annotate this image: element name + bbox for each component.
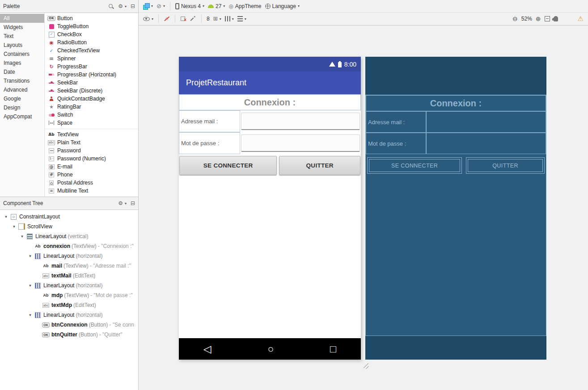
- palette-item-seekbar-discrete[interactable]: SeekBar (Discrete): [45, 87, 138, 95]
- blueprint-se-connecter-button[interactable]: SE CONNECTER: [367, 157, 462, 174]
- palette-item-ratingbar[interactable]: RatingBar: [45, 103, 138, 111]
- palette-item-togglebutton[interactable]: ToggleButton: [45, 22, 138, 30]
- warnings-button[interactable]: [578, 15, 584, 23]
- palette-item-checkbox[interactable]: CheckBox: [45, 30, 138, 38]
- palette-item-password-numeric[interactable]: Password (Numeric): [45, 155, 138, 163]
- tree-node-textmdp[interactable]: textMdp(EditText): [0, 300, 138, 310]
- expander-icon[interactable]: [27, 254, 33, 258]
- toolbar-separator: [175, 15, 175, 23]
- blueprint-connexion-heading[interactable]: Connexion :: [366, 95, 546, 111]
- tree-node-scrollview[interactable]: ScrollView: [0, 222, 138, 231]
- expander-icon[interactable]: [3, 215, 9, 219]
- expander-icon[interactable]: [27, 284, 33, 288]
- palette-category-advanced[interactable]: Advanced: [0, 85, 44, 94]
- theme-selector[interactable]: AppTheme: [228, 3, 261, 9]
- palette-item-switch[interactable]: Switch: [45, 111, 138, 119]
- palette-category-text[interactable]: Text: [0, 32, 44, 41]
- expander-icon[interactable]: [11, 225, 17, 229]
- blueprint-view[interactable]: Connexion : Adresse mail : Mot de passe …: [365, 57, 546, 360]
- search-icon[interactable]: [108, 4, 114, 9]
- blueprint-quitter-button[interactable]: QUITTER: [466, 157, 545, 174]
- locale-selector[interactable]: Language▾: [265, 3, 300, 9]
- chevron-down-icon: ▾: [203, 4, 204, 8]
- palette-item-postaladdress[interactable]: Postal Address: [45, 179, 138, 187]
- tree-node-linearlayout-horizontal-2[interactable]: LinearLayout(horizontal): [0, 281, 138, 290]
- password-edittext[interactable]: [241, 134, 360, 152]
- tree-node-name: LinearLayout: [35, 233, 66, 239]
- palette-item-progressbar[interactable]: ProgressBar: [45, 63, 138, 71]
- palette-item-password[interactable]: Password: [45, 147, 138, 155]
- zoom-fit-button[interactable]: [545, 16, 550, 21]
- api-level-selector[interactable]: 27▾: [208, 3, 225, 9]
- palette-category-widgets[interactable]: Widgets: [0, 23, 44, 32]
- blueprint-password-edittext[interactable]: [426, 133, 546, 154]
- palette-category-layouts[interactable]: Layouts: [0, 41, 44, 50]
- tree-node-connexion[interactable]: connexion(TextView)- "Connexion :": [0, 241, 138, 251]
- palette-category-containers[interactable]: Containers: [0, 50, 44, 59]
- pan-button[interactable]: [554, 16, 558, 21]
- palette-settings-button[interactable]: ▾: [118, 4, 127, 9]
- hide-panel-icon[interactable]: [131, 3, 135, 9]
- palette-item-plaintext[interactable]: Plain Text: [45, 138, 138, 147]
- palette-category-all[interactable]: All: [0, 14, 44, 23]
- palette-item-radiobutton[interactable]: RadioButton: [45, 38, 138, 46]
- palette-item-progressbar-horizontal[interactable]: ProgressBar (Horizontal): [45, 71, 138, 79]
- view-options-button[interactable]: ▾: [143, 17, 153, 21]
- hide-panel-icon[interactable]: [131, 200, 135, 206]
- default-margin-selector[interactable]: 8: [207, 16, 210, 22]
- palette-category-design[interactable]: Design: [0, 103, 44, 112]
- tree-node-btnconnexion[interactable]: btnConnexion(Button)- "Se conn: [0, 320, 138, 330]
- palette-item-checkedtextview[interactable]: CheckedTextView: [45, 46, 138, 55]
- guideline-selector[interactable]: ▾: [237, 16, 246, 21]
- palette-item-email[interactable]: E-mail: [45, 163, 138, 171]
- palette-item-textview[interactable]: TextView: [45, 130, 138, 138]
- palette-item-space[interactable]: Space: [45, 119, 138, 127]
- autoconnect-toggle[interactable]: [164, 16, 170, 22]
- design-view[interactable]: 8:00 ProjetRestaurant Connexion : Adress…: [179, 57, 361, 360]
- pack-selector[interactable]: ▾: [213, 16, 221, 22]
- zoom-in-button[interactable]: ⊕: [536, 16, 541, 22]
- mail-edittext[interactable]: [241, 113, 360, 130]
- design-surface-selector[interactable]: ▾: [143, 3, 153, 9]
- tree-node-btnquitter[interactable]: btnQuitter(Button)- "Quitter": [0, 330, 138, 340]
- connexion-heading[interactable]: Connexion :: [179, 94, 361, 110]
- tree-node-linearlayout-horizontal-1[interactable]: LinearLayout(horizontal): [0, 251, 138, 261]
- expander-icon[interactable]: [19, 235, 25, 239]
- infer-constraints-button[interactable]: [190, 16, 196, 22]
- palette-item-multilinetext[interactable]: Multiline Text: [45, 187, 138, 195]
- palette-category-google[interactable]: Google: [0, 94, 44, 103]
- se-connecter-button[interactable]: SE CONNECTER: [179, 156, 277, 175]
- password-label[interactable]: Mot de passe :: [179, 132, 240, 154]
- tree-node-linearlayout-horizontal-3[interactable]: LinearLayout(horizontal): [0, 310, 138, 320]
- tree-settings-button[interactable]: ▾: [118, 201, 127, 206]
- ratingbar-icon: [48, 104, 55, 110]
- expander-icon[interactable]: [27, 313, 33, 317]
- resize-handle[interactable]: [362, 362, 370, 370]
- tree-node-textmail[interactable]: textMail(EditText): [0, 271, 138, 281]
- palette-item-button[interactable]: Button: [45, 14, 138, 22]
- mail-label[interactable]: Adresse mail :: [179, 110, 240, 132]
- quitter-button[interactable]: QUITTER: [279, 156, 360, 175]
- align-selector[interactable]: ▾: [225, 16, 234, 21]
- blueprint-password-label[interactable]: Mot de passe :: [366, 133, 426, 154]
- palette-item-spinner[interactable]: Spinner: [45, 55, 138, 63]
- blueprint-mail-label[interactable]: Adresse mail :: [366, 111, 426, 133]
- palette-item-phone[interactable]: Phone: [45, 171, 138, 179]
- palette-category-date[interactable]: Date: [0, 67, 44, 76]
- tree-node-linearlayout-vertical[interactable]: LinearLayout(vertical): [0, 231, 138, 241]
- back-icon: ◁: [203, 344, 212, 354]
- palette-item-seekbar[interactable]: SeekBar: [45, 79, 138, 87]
- palette-category-appcompat[interactable]: AppCompat: [0, 112, 44, 121]
- tree-node-mdp[interactable]: mdp(TextView)- "Mot de passe :": [0, 290, 138, 300]
- device-selector[interactable]: Nexus 4▾: [175, 3, 204, 9]
- palette-category-transitions[interactable]: Transitions: [0, 76, 44, 85]
- palette-category-images[interactable]: Images: [0, 59, 44, 67]
- tree-node-constraintlayout[interactable]: ConstraintLayout: [0, 212, 138, 222]
- blueprint-mail-edittext[interactable]: [426, 111, 546, 133]
- zoom-out-button[interactable]: ⊖: [512, 16, 518, 22]
- clear-constraints-button[interactable]: [180, 16, 186, 22]
- orientation-selector[interactable]: ▾: [157, 3, 165, 9]
- palette-item-quickcontactbadge[interactable]: QuickContactBadge: [45, 95, 138, 103]
- tree-node-mail[interactable]: mail(TextView)- "Adresse mail :": [0, 261, 138, 271]
- blueprint-content: Connexion : Adresse mail : Mot de passe …: [365, 95, 546, 336]
